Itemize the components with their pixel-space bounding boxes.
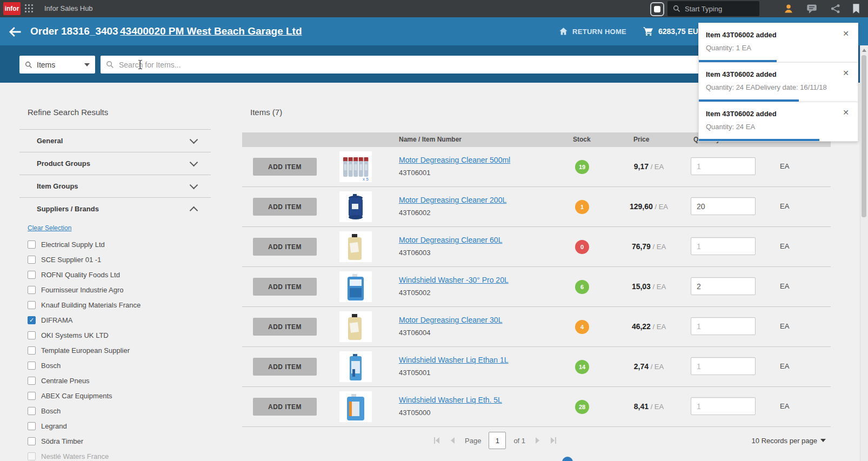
item-name-link[interactable]: Motor Degreasing Cleaner 500ml [399, 156, 510, 164]
supplier-filter-item[interactable]: ABEX Car Equipments [19, 388, 211, 403]
supplier-filter-item[interactable]: ✓DIFRAMA [19, 312, 211, 328]
vertical-scrollbar[interactable] [860, 45, 868, 461]
quantity-input[interactable] [691, 197, 756, 215]
add-item-button[interactable]: ADD ITEM [253, 278, 317, 296]
stock-badge: 6 [575, 280, 589, 294]
checkbox-icon[interactable] [28, 437, 36, 445]
supplier-filter-item[interactable]: Nestlé Waters France [19, 449, 211, 461]
quantity-input[interactable] [691, 277, 756, 295]
return-home-button[interactable]: RETURN HOME [559, 17, 626, 45]
chevron-up-icon [190, 206, 198, 215]
quantity-input[interactable] [691, 157, 756, 175]
quantity-input[interactable] [691, 397, 756, 415]
last-page-icon[interactable] [549, 436, 558, 445]
item-name-link[interactable]: Motor Degreasing Cleaner 200L [399, 196, 506, 204]
checkbox-icon[interactable] [28, 452, 36, 460]
close-icon[interactable]: ✕ [839, 108, 852, 117]
stock-badge: 4 [575, 320, 589, 334]
price: 76,79 / EA [599, 242, 699, 251]
checkbox-icon[interactable] [28, 301, 36, 309]
checkbox-icon[interactable] [28, 377, 36, 385]
checkbox-icon[interactable] [28, 362, 36, 370]
supplier-filter-item[interactable]: Södra Timber [19, 433, 211, 449]
table-row: ADD ITEMWindshield Washer Liq Eth. 5L43T… [242, 387, 831, 427]
previous-page-icon[interactable] [449, 436, 457, 445]
item-name-link[interactable]: Windshield Washer -30° Pro 20L [399, 276, 509, 284]
item-name-link[interactable]: Motor Degreasing Cleaner 30L [399, 316, 502, 324]
records-per-page-dropdown[interactable]: 10 Records per page [752, 431, 826, 450]
close-icon[interactable]: ✕ [839, 29, 852, 38]
checkbox-icon[interactable] [28, 346, 36, 355]
unit-label: EA [780, 242, 789, 250]
filter-section-item-groups[interactable]: Item Groups [19, 175, 211, 197]
item-name-link[interactable]: Motor Degreasing Cleaner 60L [399, 236, 502, 244]
table-row: ADD ITEMx 5Motor Degreasing Cleaner 500m… [242, 147, 831, 187]
user-icon[interactable] [783, 3, 794, 14]
checkbox-icon[interactable] [28, 392, 36, 400]
filter-section-product-groups[interactable]: Product Groups [19, 152, 211, 175]
product-image [339, 391, 372, 422]
name-cell: Windshield Washer Liq Eth. 5L43T05000 [399, 395, 502, 417]
quantity-input[interactable] [691, 357, 756, 375]
checkbox-checked-icon[interactable]: ✓ [28, 316, 36, 324]
bookmark-icon[interactable] [851, 3, 862, 14]
add-item-button[interactable]: ADD ITEM [253, 158, 317, 176]
item-number: 43T05000 [399, 409, 502, 417]
global-search-input[interactable]: Start Typing [667, 1, 759, 16]
supplier-filter-item[interactable]: SCE Supplier 01 -1 [19, 252, 211, 267]
scrollbar-thumb[interactable] [862, 55, 866, 217]
toast-body: Quantity: 24 EA [706, 123, 755, 131]
chat-icon[interactable] [806, 3, 817, 14]
home-icon [559, 27, 568, 36]
checkbox-icon[interactable] [28, 240, 36, 249]
workspace-switcher-icon[interactable] [650, 2, 664, 16]
checkbox-icon[interactable] [28, 286, 36, 294]
supplier-filter-item[interactable]: Knauf Building Materials France [19, 297, 211, 312]
checkbox-icon[interactable] [28, 422, 36, 430]
back-arrow-icon[interactable] [8, 25, 22, 39]
add-item-button[interactable]: ADD ITEM [253, 398, 317, 416]
supplier-filter-item[interactable]: Bosch [19, 358, 211, 373]
share-icon[interactable] [830, 3, 841, 14]
customer-link[interactable]: 43400020 PM West Beach Garage Ltd [120, 17, 302, 45]
filter-section-general[interactable]: General [19, 129, 211, 152]
supplier-filter-item[interactable]: Legrand [19, 418, 211, 433]
quantity-input[interactable] [691, 317, 756, 335]
checkbox-icon[interactable] [28, 256, 36, 264]
add-item-button[interactable]: ADD ITEM [253, 318, 317, 336]
add-item-button[interactable]: ADD ITEM [253, 358, 317, 376]
close-icon[interactable]: ✕ [839, 68, 852, 78]
quantity-input[interactable] [691, 237, 756, 255]
filter-section-suppliers-brands[interactable]: Suppliers / Brands [19, 197, 211, 220]
toast-body: Quantity: 1 EA [706, 44, 751, 52]
infor-logo[interactable]: infor [3, 2, 21, 15]
add-item-button[interactable]: ADD ITEM [253, 238, 317, 256]
item-name-link[interactable]: Windshield Washer Liq Ethan 1L [399, 356, 509, 364]
page-label: Page [465, 437, 481, 445]
checkbox-icon[interactable] [28, 271, 36, 279]
search-category-dropdown[interactable]: Items [19, 56, 95, 74]
cart-button[interactable]: 6283,75 EUR [643, 17, 704, 45]
text-cursor-icon [137, 59, 143, 70]
column-price: Price [633, 132, 649, 147]
supplier-filter-item[interactable]: OKI Systems UK LTD [19, 328, 211, 343]
app-grid-icon[interactable] [25, 4, 34, 13]
scroll-up-arrow-icon[interactable] [862, 49, 866, 52]
supplier-filter-item[interactable]: Bosch [19, 403, 211, 418]
item-name-link[interactable]: Windshield Washer Liq Eth. 5L [399, 396, 502, 404]
item-number: 43T05002 [399, 289, 509, 297]
supplier-filter-item[interactable]: ROFNI Quality Foods Ltd [19, 267, 211, 282]
supplier-filter-item[interactable]: Template European Supplier [19, 343, 211, 358]
price: 2,74 / EA [599, 362, 699, 371]
supplier-filter-item[interactable]: Centrale Pneus [19, 373, 211, 388]
next-page-icon[interactable] [533, 436, 542, 445]
page-number-input[interactable] [489, 432, 506, 449]
checkbox-icon[interactable] [28, 407, 36, 415]
supplier-filter-item[interactable]: Fournisseur Industrie Agro [19, 282, 211, 297]
checkbox-icon[interactable] [28, 331, 36, 339]
first-page-icon[interactable] [432, 436, 441, 445]
clear-selection-link[interactable]: Clear Selection [28, 224, 71, 232]
add-item-button[interactable]: ADD ITEM [253, 198, 317, 216]
supplier-filter-item[interactable]: Electrical Supply Ltd [19, 237, 211, 252]
unit-label: EA [780, 322, 789, 330]
